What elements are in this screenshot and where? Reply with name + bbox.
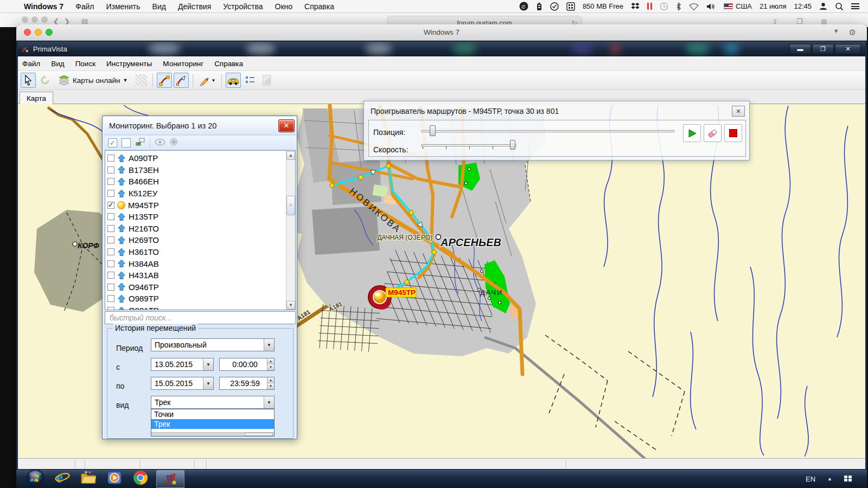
vehicle-checkbox[interactable] [107,284,114,291]
show-track-points-button[interactable] [157,73,172,88]
vehicle-checkbox[interactable] [107,225,114,232]
bluetooth-icon[interactable] [676,2,681,11]
vehicle-row[interactable]: К512ЕУ [107,188,157,200]
menu-monitoring[interactable]: Мониторинг [163,60,203,68]
vehicle-list-scrollbar[interactable]: ▲ ≡ ▼ [286,151,295,310]
monitoring-close-button[interactable]: ✕ [278,119,295,132]
from-date-picker[interactable]: 13.05.2015▼ [151,358,214,371]
taskbar-explorer-icon[interactable] [80,470,97,487]
check-all-button[interactable]: ✓ [108,138,117,147]
vm-app-menu[interactable]: Windows 7 [24,2,63,11]
mac-menu-view[interactable]: Вид [152,2,166,11]
vehicle-checkbox[interactable] [107,295,114,302]
spotlight-search-icon[interactable] [835,2,844,11]
vehicle-row[interactable]: Н431АВ [107,269,159,281]
menu-help[interactable]: Справка [214,60,243,68]
mac-menu-edit[interactable]: Изменить [106,2,140,11]
vehicle-row[interactable]: Н135ТР [107,211,158,223]
vehicle-checkbox[interactable] [107,213,114,220]
view-option-track[interactable]: Трек [151,419,274,429]
vehicle-checkbox[interactable] [107,260,114,267]
menu-search[interactable]: Поиск [75,60,95,68]
quick-search-input[interactable]: быстрый поиск... [105,311,296,324]
vehicle-checkbox-checked[interactable] [107,202,114,209]
tab-map[interactable]: Карта [20,92,53,104]
check-circle-icon[interactable] [550,2,559,11]
refresh-button[interactable] [37,73,53,88]
mac-menu-devices[interactable]: Устройства [223,2,263,11]
menubar-date[interactable]: 21 июля [760,2,786,10]
vehicle-checkbox[interactable] [107,248,114,255]
vehicle-row[interactable]: А090ТР [107,152,158,164]
language-indicator[interactable]: EN [806,475,815,483]
grid-app-icon[interactable] [566,2,575,11]
speed-slider[interactable] [421,144,516,146]
browser-zoom-icon[interactable] [41,16,48,23]
monitoring-dialog-titlebar[interactable]: Мониторинг. Выбрано 1 из 20 [104,117,297,135]
viber-icon[interactable]: ✆ [519,2,528,11]
wifi-icon[interactable] [689,3,699,10]
vehicle-checkbox[interactable] [107,190,114,197]
app-titlebar[interactable]: PrimaVista ▬ ❐ ✕ [18,42,865,56]
object-list-button[interactable] [242,73,258,88]
play-button[interactable] [683,124,701,142]
position-slider[interactable] [421,130,675,132]
taskbar-ie-icon[interactable]: e [54,470,71,488]
vehicle-row-selected[interactable]: М945ТР [107,199,159,211]
vehicle-checkbox[interactable] [107,155,114,162]
notification-center-icon[interactable] [851,3,859,9]
vm-dropdown-icon[interactable]: ▼ [833,28,839,37]
taskbar-wmp-icon[interactable] [106,470,123,488]
follow-button[interactable] [170,138,178,148]
pattern-button[interactable] [133,73,149,88]
tray-expand-icon[interactable]: ▲ [827,476,832,481]
position-slider-thumb[interactable] [430,125,436,136]
browser-close-icon[interactable] [22,16,28,23]
from-time-spinner[interactable]: 0:00:00 ▲▼ [219,358,275,371]
volume-icon[interactable] [706,3,716,10]
tray-windows-icon[interactable] [844,476,852,483]
mac-menu-actions[interactable]: Действия [178,2,211,11]
vehicle-row[interactable]: О946ТР [107,281,159,293]
vehicle-row[interactable]: О991ТР [107,305,159,310]
to-time-spinner[interactable]: 23:59:59 ▲▼ [219,377,275,390]
battery-icon[interactable] [536,2,542,11]
mac-menu-file[interactable]: Файл [75,2,94,11]
clear-track-button[interactable] [704,124,722,142]
vehicle-row[interactable]: В173ЕН [107,164,159,176]
taskbar-primavista-active[interactable] [156,470,184,488]
vehicle-row[interactable]: О989ТР [107,293,159,305]
timemachine-icon[interactable] [660,2,668,11]
vehicle-row[interactable]: Н216ТО [107,223,159,235]
vm-settings-gear-icon[interactable]: ⚙ [849,28,856,37]
vehicle-checkbox[interactable] [107,307,114,310]
dropbox-icon[interactable] [631,2,640,10]
fit-map-button[interactable] [135,137,145,149]
maps-online-button[interactable]: Карты онлайн ▼ [54,73,132,88]
start-button[interactable] [26,468,44,488]
menu-tools[interactable]: Инструменты [106,60,152,68]
route-player-close-button[interactable]: ✕ [732,106,745,117]
input-language[interactable]: США [724,2,752,10]
to-date-picker[interactable]: 15.05.2015▼ [151,377,214,390]
menubar-time[interactable]: 12:45 [794,2,812,10]
vehicle-row[interactable]: Н269ТО [107,234,159,246]
dropdown-hscrollbar[interactable] [151,432,274,436]
vehicle-row[interactable]: Н361ТО [107,246,159,258]
user-icon[interactable] [819,2,827,10]
app-restore-button[interactable]: ❐ [812,44,834,54]
view-option-points[interactable]: Точки [151,409,274,419]
uncheck-all-button[interactable]: ✓ [122,138,131,147]
vehicle-checkbox[interactable] [107,178,114,185]
draw-tools-button[interactable]: ▼ [197,73,218,88]
stop-button[interactable] [724,124,742,142]
menu-view[interactable]: Вид [51,60,64,68]
show-track-arrows-button[interactable] [174,73,189,88]
parallels-pause-icon[interactable] [647,3,652,10]
visibility-eye-button[interactable] [155,138,165,148]
vehicle-checkbox[interactable] [107,272,114,279]
vehicles-button[interactable] [226,73,241,88]
select-cursor-button[interactable] [21,73,36,88]
menu-file[interactable]: Файл [22,60,40,68]
app-minimize-button[interactable]: ▬ [789,44,811,54]
